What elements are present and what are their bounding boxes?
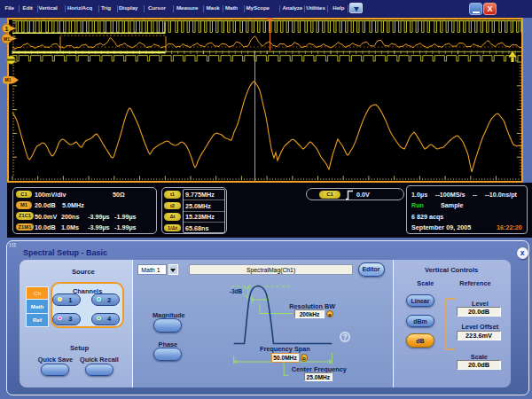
- svg-text:M1: M1: [5, 77, 12, 82]
- svg-text:M1: M1: [4, 36, 10, 42]
- svg-text:1: 1: [5, 26, 9, 32]
